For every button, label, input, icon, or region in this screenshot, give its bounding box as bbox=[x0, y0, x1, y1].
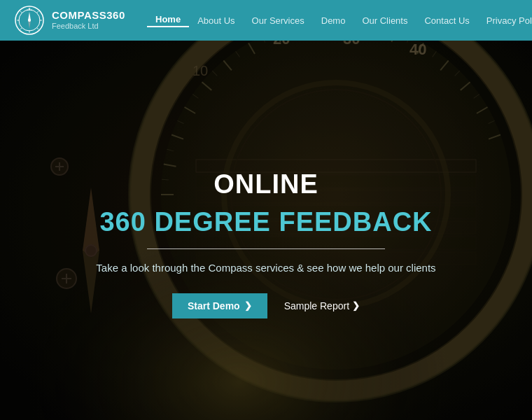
hero-buttons: Start Demo ❯ Sample Report ❯ bbox=[70, 293, 462, 318]
logo-name: COMPASS360 bbox=[52, 9, 125, 22]
svg-line-6 bbox=[20, 11, 22, 13]
logo-subtitle: Feedback Ltd bbox=[52, 22, 125, 31]
hero-section: 20 30 40 10 bbox=[0, 41, 532, 420]
svg-line-8 bbox=[36, 11, 38, 13]
hero-divider bbox=[147, 248, 385, 249]
hero-title: ONLINE 360 DEGREE FEEDBACK bbox=[70, 170, 462, 237]
svg-point-12 bbox=[28, 19, 31, 22]
logo-icon bbox=[14, 5, 45, 36]
sample-report-label: Sample Report bbox=[284, 300, 349, 312]
nav-item-our-clients[interactable]: Our Clients bbox=[354, 15, 416, 26]
sample-report-chevron: ❯ bbox=[352, 300, 360, 311]
svg-line-9 bbox=[20, 27, 22, 29]
start-demo-button[interactable]: Start Demo ❯ bbox=[172, 293, 267, 318]
start-demo-chevron: ❯ bbox=[244, 300, 252, 311]
logo-area: COMPASS360 Feedback Ltd bbox=[14, 5, 140, 36]
main-nav: HomeAbout UsOur ServicesDemoOur ClientsC… bbox=[140, 14, 532, 27]
nav-item-home[interactable]: Home bbox=[147, 14, 189, 27]
nav-item-contact-us[interactable]: Contact Us bbox=[416, 15, 477, 26]
svg-point-15 bbox=[31, 9, 32, 10]
start-demo-label: Start Demo bbox=[188, 300, 240, 312]
nav-item-demo[interactable]: Demo bbox=[313, 15, 354, 26]
hero-title-word2: 360 DEGREE FEEDBACK bbox=[99, 208, 432, 237]
nav-item-our-services[interactable]: Our Services bbox=[244, 15, 313, 26]
site-header: COMPASS360 Feedback Ltd HomeAbout UsOur … bbox=[0, 0, 532, 41]
sample-report-button[interactable]: Sample Report ❯ bbox=[284, 300, 360, 312]
hero-title-word1: ONLINE bbox=[214, 170, 318, 200]
svg-point-13 bbox=[29, 8, 31, 10]
svg-point-14 bbox=[27, 9, 28, 10]
hero-content: ONLINE 360 DEGREE FEEDBACK Take a look t… bbox=[56, 170, 476, 318]
nav-item-privacy-policy[interactable]: Privacy Policy bbox=[478, 15, 532, 26]
hero-subtitle: Take a look through the Compass services… bbox=[70, 262, 462, 274]
svg-line-7 bbox=[36, 27, 38, 29]
logo-text: COMPASS360 Feedback Ltd bbox=[52, 9, 125, 31]
nav-item-about-us[interactable]: About Us bbox=[189, 15, 243, 26]
